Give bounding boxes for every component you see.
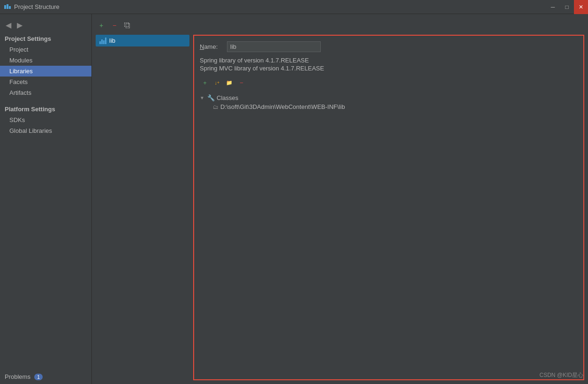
sidebar-item-sdks[interactable]: SDKs [0, 115, 91, 125]
description-line-1: Spring library of version 4.1.7.RELEASE [200, 57, 578, 64]
sidebar-nav: ◀ ▶ [0, 18, 91, 32]
classes-toolbar: + ↓+ 📁 − [200, 77, 578, 89]
window-title: Project Structure [14, 3, 60, 10]
add-directory-button[interactable]: 📁 [224, 77, 234, 88]
add-library-button[interactable]: + [96, 20, 107, 31]
description-line-2: Spring MVC library of version 4.1.7.RELE… [200, 65, 578, 72]
sidebar-item-facets[interactable]: Facets [0, 77, 91, 87]
svg-rect-0 [4, 5, 6, 9]
name-row: Name: [200, 41, 578, 52]
platform-settings-header: Platform Settings [0, 103, 91, 115]
sidebar-item-libraries[interactable]: Libraries [0, 66, 91, 77]
back-button[interactable]: ◀ [4, 20, 13, 31]
content-area: + − ⿻ lib [92, 14, 588, 384]
svg-rect-2 [9, 6, 11, 9]
main-layout: ◀ ▶ Project Settings Project Modules Lib… [0, 14, 588, 384]
classes-child-path[interactable]: 🗂 D:\soft\Git\3DAdmin\WebContent\WEB-INF… [200, 102, 578, 111]
name-field-label: Name: [200, 43, 223, 50]
sidebar: ◀ ▶ Project Settings Project Modules Lib… [0, 14, 92, 384]
library-list: lib [96, 35, 189, 380]
add-class-button[interactable]: + [200, 77, 210, 88]
library-item-lib[interactable]: lib [96, 35, 189, 46]
window-controls: ─ □ ✕ [546, 0, 588, 14]
description-section: Spring library of version 4.1.7.RELEASE … [200, 57, 578, 72]
titlebar: Project Structure ─ □ ✕ [0, 0, 588, 14]
watermark: CSDN @KID星心 [539, 371, 583, 379]
library-detail-panel: Name: Spring library of version 4.1.7.RE… [193, 35, 584, 380]
add-from-maven-button[interactable]: ↓+ [212, 77, 222, 88]
sidebar-item-global-libraries[interactable]: Global Libraries [0, 125, 91, 136]
copy-library-button[interactable]: ⿻ [122, 20, 133, 31]
maximize-button[interactable]: □ [560, 0, 574, 14]
classes-wrench-icon: 🔧 [207, 94, 215, 101]
remove-library-button[interactable]: − [109, 20, 120, 31]
library-name: lib [109, 37, 115, 44]
forward-button[interactable]: ▶ [15, 20, 24, 31]
classes-path: D:\soft\Git\3DAdmin\WebContent\WEB-INF\l… [220, 103, 345, 110]
project-settings-header: Project Settings [0, 32, 91, 44]
app-icon [4, 3, 11, 11]
problems-item[interactable]: Problems 1 [0, 369, 91, 384]
library-icon [99, 38, 106, 44]
problems-label: Problems [5, 373, 30, 380]
name-input[interactable] [227, 41, 321, 52]
tree-toggle-classes[interactable]: ▼ [200, 95, 205, 100]
svg-rect-1 [7, 4, 8, 9]
classes-tree: ▼ 🔧 Classes 🗂 D:\soft\Git\3DAdmin\WebCon… [200, 93, 578, 111]
minimize-button[interactable]: ─ [546, 0, 560, 14]
remove-class-button[interactable]: − [236, 77, 247, 88]
problems-badge: 1 [34, 374, 43, 380]
folder-icon: 🗂 [213, 104, 219, 110]
sidebar-item-project[interactable]: Project [0, 44, 91, 55]
sidebar-item-artifacts[interactable]: Artifacts [0, 87, 91, 98]
panel-area: lib Name: Spring library of version 4.1.… [96, 35, 584, 380]
content-toolbar: + − ⿻ [96, 18, 584, 35]
close-button[interactable]: ✕ [574, 0, 588, 14]
sidebar-item-modules[interactable]: Modules [0, 55, 91, 66]
classes-node[interactable]: ▼ 🔧 Classes [200, 93, 578, 102]
classes-label: Classes [217, 94, 238, 101]
